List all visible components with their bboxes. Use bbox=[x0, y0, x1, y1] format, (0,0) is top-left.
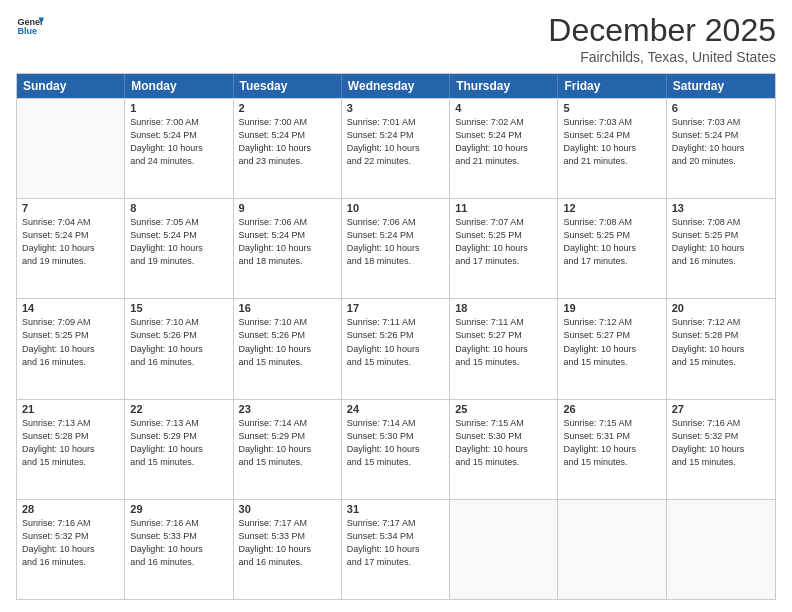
cell-date-number: 22 bbox=[130, 403, 227, 415]
day-header-thursday: Thursday bbox=[450, 74, 558, 98]
cell-date-number: 12 bbox=[563, 202, 660, 214]
calendar-cell-15: 15Sunrise: 7:10 AMSunset: 5:26 PMDayligh… bbox=[125, 299, 233, 398]
cell-date-number: 18 bbox=[455, 302, 552, 314]
calendar-body: 1Sunrise: 7:00 AMSunset: 5:24 PMDaylight… bbox=[17, 98, 775, 599]
calendar-cell-empty-4-6 bbox=[667, 500, 775, 599]
day-header-tuesday: Tuesday bbox=[234, 74, 342, 98]
svg-text:Blue: Blue bbox=[17, 26, 37, 36]
calendar-cell-23: 23Sunrise: 7:14 AMSunset: 5:29 PMDayligh… bbox=[234, 400, 342, 499]
cell-date-number: 11 bbox=[455, 202, 552, 214]
calendar-cell-27: 27Sunrise: 7:16 AMSunset: 5:32 PMDayligh… bbox=[667, 400, 775, 499]
cell-date-number: 29 bbox=[130, 503, 227, 515]
cell-date-number: 26 bbox=[563, 403, 660, 415]
cell-info: Sunrise: 7:15 AMSunset: 5:31 PMDaylight:… bbox=[563, 417, 660, 469]
logo: General Blue bbox=[16, 12, 44, 40]
calendar-row-3: 14Sunrise: 7:09 AMSunset: 5:25 PMDayligh… bbox=[17, 298, 775, 398]
cell-date-number: 14 bbox=[22, 302, 119, 314]
cell-date-number: 27 bbox=[672, 403, 770, 415]
calendar-cell-25: 25Sunrise: 7:15 AMSunset: 5:30 PMDayligh… bbox=[450, 400, 558, 499]
page: General Blue December 2025 Fairchilds, T… bbox=[0, 0, 792, 612]
cell-date-number: 5 bbox=[563, 102, 660, 114]
calendar-cell-26: 26Sunrise: 7:15 AMSunset: 5:31 PMDayligh… bbox=[558, 400, 666, 499]
calendar-row-4: 21Sunrise: 7:13 AMSunset: 5:28 PMDayligh… bbox=[17, 399, 775, 499]
calendar-cell-5: 5Sunrise: 7:03 AMSunset: 5:24 PMDaylight… bbox=[558, 99, 666, 198]
cell-info: Sunrise: 7:17 AMSunset: 5:33 PMDaylight:… bbox=[239, 517, 336, 569]
calendar-row-1: 1Sunrise: 7:00 AMSunset: 5:24 PMDaylight… bbox=[17, 98, 775, 198]
calendar-cell-11: 11Sunrise: 7:07 AMSunset: 5:25 PMDayligh… bbox=[450, 199, 558, 298]
cell-info: Sunrise: 7:02 AMSunset: 5:24 PMDaylight:… bbox=[455, 116, 552, 168]
cell-info: Sunrise: 7:00 AMSunset: 5:24 PMDaylight:… bbox=[239, 116, 336, 168]
calendar-cell-1: 1Sunrise: 7:00 AMSunset: 5:24 PMDaylight… bbox=[125, 99, 233, 198]
calendar-cell-19: 19Sunrise: 7:12 AMSunset: 5:27 PMDayligh… bbox=[558, 299, 666, 398]
cell-info: Sunrise: 7:10 AMSunset: 5:26 PMDaylight:… bbox=[130, 316, 227, 368]
calendar-cell-empty-4-5 bbox=[558, 500, 666, 599]
calendar-cell-21: 21Sunrise: 7:13 AMSunset: 5:28 PMDayligh… bbox=[17, 400, 125, 499]
cell-info: Sunrise: 7:13 AMSunset: 5:28 PMDaylight:… bbox=[22, 417, 119, 469]
cell-date-number: 15 bbox=[130, 302, 227, 314]
calendar-cell-31: 31Sunrise: 7:17 AMSunset: 5:34 PMDayligh… bbox=[342, 500, 450, 599]
cell-date-number: 30 bbox=[239, 503, 336, 515]
cell-date-number: 21 bbox=[22, 403, 119, 415]
cell-date-number: 6 bbox=[672, 102, 770, 114]
day-header-friday: Friday bbox=[558, 74, 666, 98]
cell-date-number: 28 bbox=[22, 503, 119, 515]
calendar-row-5: 28Sunrise: 7:16 AMSunset: 5:32 PMDayligh… bbox=[17, 499, 775, 599]
cell-info: Sunrise: 7:14 AMSunset: 5:30 PMDaylight:… bbox=[347, 417, 444, 469]
month-title: December 2025 bbox=[548, 12, 776, 49]
header: General Blue December 2025 Fairchilds, T… bbox=[16, 12, 776, 65]
calendar-header: SundayMondayTuesdayWednesdayThursdayFrid… bbox=[17, 74, 775, 98]
cell-info: Sunrise: 7:09 AMSunset: 5:25 PMDaylight:… bbox=[22, 316, 119, 368]
calendar-cell-9: 9Sunrise: 7:06 AMSunset: 5:24 PMDaylight… bbox=[234, 199, 342, 298]
cell-date-number: 7 bbox=[22, 202, 119, 214]
cell-info: Sunrise: 7:16 AMSunset: 5:33 PMDaylight:… bbox=[130, 517, 227, 569]
calendar-cell-2: 2Sunrise: 7:00 AMSunset: 5:24 PMDaylight… bbox=[234, 99, 342, 198]
calendar-cell-24: 24Sunrise: 7:14 AMSunset: 5:30 PMDayligh… bbox=[342, 400, 450, 499]
cell-info: Sunrise: 7:15 AMSunset: 5:30 PMDaylight:… bbox=[455, 417, 552, 469]
cell-date-number: 20 bbox=[672, 302, 770, 314]
cell-info: Sunrise: 7:01 AMSunset: 5:24 PMDaylight:… bbox=[347, 116, 444, 168]
cell-date-number: 2 bbox=[239, 102, 336, 114]
cell-date-number: 8 bbox=[130, 202, 227, 214]
cell-date-number: 25 bbox=[455, 403, 552, 415]
cell-date-number: 23 bbox=[239, 403, 336, 415]
cell-info: Sunrise: 7:03 AMSunset: 5:24 PMDaylight:… bbox=[672, 116, 770, 168]
calendar-cell-18: 18Sunrise: 7:11 AMSunset: 5:27 PMDayligh… bbox=[450, 299, 558, 398]
day-header-saturday: Saturday bbox=[667, 74, 775, 98]
cell-date-number: 19 bbox=[563, 302, 660, 314]
calendar-cell-empty-4-4 bbox=[450, 500, 558, 599]
calendar-cell-29: 29Sunrise: 7:16 AMSunset: 5:33 PMDayligh… bbox=[125, 500, 233, 599]
day-header-wednesday: Wednesday bbox=[342, 74, 450, 98]
calendar: SundayMondayTuesdayWednesdayThursdayFrid… bbox=[16, 73, 776, 600]
cell-info: Sunrise: 7:17 AMSunset: 5:34 PMDaylight:… bbox=[347, 517, 444, 569]
calendar-cell-10: 10Sunrise: 7:06 AMSunset: 5:24 PMDayligh… bbox=[342, 199, 450, 298]
cell-info: Sunrise: 7:13 AMSunset: 5:29 PMDaylight:… bbox=[130, 417, 227, 469]
location: Fairchilds, Texas, United States bbox=[548, 49, 776, 65]
cell-info: Sunrise: 7:12 AMSunset: 5:28 PMDaylight:… bbox=[672, 316, 770, 368]
cell-date-number: 3 bbox=[347, 102, 444, 114]
cell-info: Sunrise: 7:03 AMSunset: 5:24 PMDaylight:… bbox=[563, 116, 660, 168]
cell-date-number: 4 bbox=[455, 102, 552, 114]
cell-date-number: 9 bbox=[239, 202, 336, 214]
calendar-cell-4: 4Sunrise: 7:02 AMSunset: 5:24 PMDaylight… bbox=[450, 99, 558, 198]
cell-info: Sunrise: 7:00 AMSunset: 5:24 PMDaylight:… bbox=[130, 116, 227, 168]
calendar-cell-7: 7Sunrise: 7:04 AMSunset: 5:24 PMDaylight… bbox=[17, 199, 125, 298]
day-header-monday: Monday bbox=[125, 74, 233, 98]
cell-info: Sunrise: 7:10 AMSunset: 5:26 PMDaylight:… bbox=[239, 316, 336, 368]
calendar-cell-6: 6Sunrise: 7:03 AMSunset: 5:24 PMDaylight… bbox=[667, 99, 775, 198]
cell-info: Sunrise: 7:08 AMSunset: 5:25 PMDaylight:… bbox=[672, 216, 770, 268]
calendar-cell-22: 22Sunrise: 7:13 AMSunset: 5:29 PMDayligh… bbox=[125, 400, 233, 499]
cell-date-number: 16 bbox=[239, 302, 336, 314]
calendar-cell-14: 14Sunrise: 7:09 AMSunset: 5:25 PMDayligh… bbox=[17, 299, 125, 398]
calendar-cell-17: 17Sunrise: 7:11 AMSunset: 5:26 PMDayligh… bbox=[342, 299, 450, 398]
cell-date-number: 17 bbox=[347, 302, 444, 314]
cell-date-number: 1 bbox=[130, 102, 227, 114]
cell-date-number: 31 bbox=[347, 503, 444, 515]
calendar-cell-3: 3Sunrise: 7:01 AMSunset: 5:24 PMDaylight… bbox=[342, 99, 450, 198]
calendar-cell-28: 28Sunrise: 7:16 AMSunset: 5:32 PMDayligh… bbox=[17, 500, 125, 599]
calendar-row-2: 7Sunrise: 7:04 AMSunset: 5:24 PMDaylight… bbox=[17, 198, 775, 298]
cell-info: Sunrise: 7:16 AMSunset: 5:32 PMDaylight:… bbox=[22, 517, 119, 569]
cell-date-number: 13 bbox=[672, 202, 770, 214]
calendar-cell-12: 12Sunrise: 7:08 AMSunset: 5:25 PMDayligh… bbox=[558, 199, 666, 298]
calendar-cell-empty-0-0 bbox=[17, 99, 125, 198]
cell-date-number: 24 bbox=[347, 403, 444, 415]
